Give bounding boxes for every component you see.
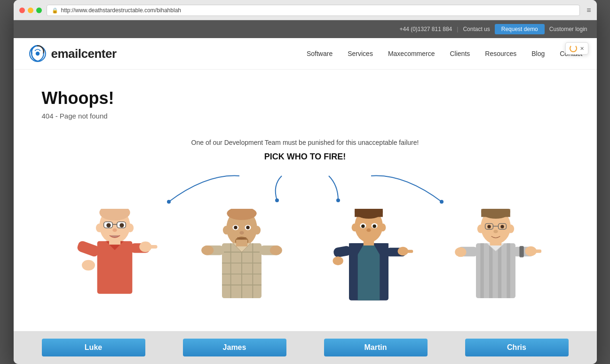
- lock-icon: 🔒: [52, 8, 58, 14]
- nav-clients[interactable]: Clients: [450, 50, 470, 57]
- fire-chris-button[interactable]: Chris: [465, 339, 569, 356]
- svg-rect-19: [76, 240, 100, 258]
- minimize-button[interactable]: [28, 8, 33, 13]
- svg-rect-89: [490, 239, 501, 245]
- martin-svg: [322, 209, 416, 331]
- arrows-svg: [42, 171, 569, 209]
- person-martin: [312, 209, 425, 331]
- svg-point-34: [239, 231, 244, 234]
- svg-point-26: [222, 226, 230, 235]
- contact-us-link[interactable]: Contact us: [463, 26, 490, 32]
- svg-point-3: [275, 198, 279, 202]
- svg-rect-65: [405, 250, 413, 253]
- svg-rect-23: [148, 245, 158, 248]
- nav-blog[interactable]: Blog: [531, 50, 545, 57]
- svg-point-45: [201, 245, 214, 255]
- svg-rect-60: [357, 243, 380, 300]
- person-chris: [439, 209, 552, 331]
- svg-point-14: [106, 223, 111, 227]
- svg-point-2: [167, 200, 171, 204]
- chris-svg: [449, 209, 543, 331]
- svg-point-76: [500, 225, 504, 228]
- svg-point-69: [507, 224, 514, 233]
- svg-point-50: [380, 223, 386, 231]
- error-title: Whoops!: [42, 88, 569, 108]
- svg-rect-71: [481, 209, 510, 217]
- error-subtitle: 404 - Page not found: [42, 112, 569, 120]
- svg-rect-80: [489, 243, 492, 298]
- nav-resources[interactable]: Resources: [485, 50, 516, 57]
- luke-figure: [63, 209, 166, 331]
- svg-point-86: [455, 247, 466, 257]
- nav-services[interactable]: Services: [348, 50, 373, 57]
- martin-figure: [317, 209, 420, 331]
- close-button[interactable]: [19, 8, 25, 13]
- svg-point-57: [358, 231, 368, 240]
- separator: |: [457, 26, 458, 32]
- fire-james-button[interactable]: James: [183, 339, 286, 356]
- browser-menu-icon[interactable]: ≡: [586, 6, 591, 15]
- browser-chrome: 🔒 http://www.deathstardestructable.com/b…: [14, 0, 597, 20]
- svg-rect-66: [363, 239, 373, 245]
- phone-number: +44 (0)1327 811 884: [399, 26, 452, 32]
- logo-text: emailcenter: [51, 47, 117, 61]
- svg-point-58: [366, 229, 371, 232]
- svg-rect-79: [480, 243, 483, 298]
- svg-rect-88: [533, 249, 541, 253]
- svg-rect-85: [519, 246, 523, 257]
- svg-point-63: [333, 256, 343, 265]
- svg-point-46: [269, 245, 282, 255]
- svg-point-68: [477, 224, 484, 233]
- svg-point-49: [351, 223, 357, 231]
- svg-point-55: [361, 224, 364, 228]
- svg-point-7: [95, 223, 103, 232]
- nav-software[interactable]: Software: [307, 50, 333, 57]
- notification-close-icon[interactable]: ✕: [580, 46, 584, 52]
- svg-rect-82: [507, 243, 510, 298]
- maximize-button[interactable]: [36, 8, 42, 13]
- james-figure: [190, 209, 293, 331]
- url-text: http://www.deathstardestructable.com/bih…: [61, 7, 575, 14]
- top-bar: +44 (0)1327 811 884 | Contact us Request…: [14, 20, 597, 38]
- svg-point-8: [127, 223, 134, 232]
- nav-maxecommerce[interactable]: Maxecommerce: [388, 50, 435, 57]
- main-content: Whoops! 404 - Page not found One of our …: [14, 70, 597, 331]
- address-bar[interactable]: 🔒 http://www.deathstardestructable.com/b…: [47, 5, 580, 16]
- svg-rect-47: [236, 240, 247, 246]
- team-section: One of our Development Team must be puni…: [42, 134, 569, 331]
- svg-point-77: [493, 229, 498, 233]
- james-svg: [195, 209, 289, 331]
- person-luke: [58, 209, 171, 331]
- arrows-container: [42, 171, 569, 209]
- svg-point-1: [35, 52, 39, 55]
- luke-svg: [68, 209, 162, 331]
- svg-point-15: [119, 223, 124, 227]
- nav-links: Software Services Maxecommerce Clients R…: [307, 50, 583, 57]
- svg-point-5: [440, 200, 444, 204]
- svg-point-32: [246, 226, 249, 229]
- notification-overlay: ✕: [565, 42, 588, 55]
- svg-point-4: [336, 198, 340, 202]
- people-row: [42, 209, 569, 331]
- svg-point-21: [82, 260, 95, 270]
- team-description: One of our Development Team must be puni…: [42, 139, 569, 146]
- svg-rect-81: [498, 243, 501, 298]
- svg-point-16: [112, 229, 117, 232]
- chris-figure: [444, 209, 547, 331]
- svg-rect-52: [355, 209, 383, 217]
- fire-luke-button[interactable]: Luke: [42, 339, 145, 356]
- svg-point-75: [487, 225, 491, 228]
- fire-martin-button[interactable]: Martin: [324, 339, 428, 356]
- svg-rect-24: [109, 238, 120, 245]
- svg-point-31: [234, 226, 237, 229]
- svg-point-27: [254, 226, 261, 235]
- nav-bar: emailcenter Software Services Maxecommer…: [14, 38, 597, 70]
- logo-icon: [28, 44, 48, 63]
- buttons-bar: Luke James Martin Chris: [14, 331, 597, 364]
- person-james: [185, 209, 298, 331]
- customer-login-link[interactable]: Customer login: [549, 26, 587, 32]
- svg-point-56: [372, 224, 376, 228]
- traffic-lights: [19, 8, 42, 13]
- request-demo-button[interactable]: Request demo: [495, 24, 545, 34]
- logo[interactable]: emailcenter: [28, 44, 117, 63]
